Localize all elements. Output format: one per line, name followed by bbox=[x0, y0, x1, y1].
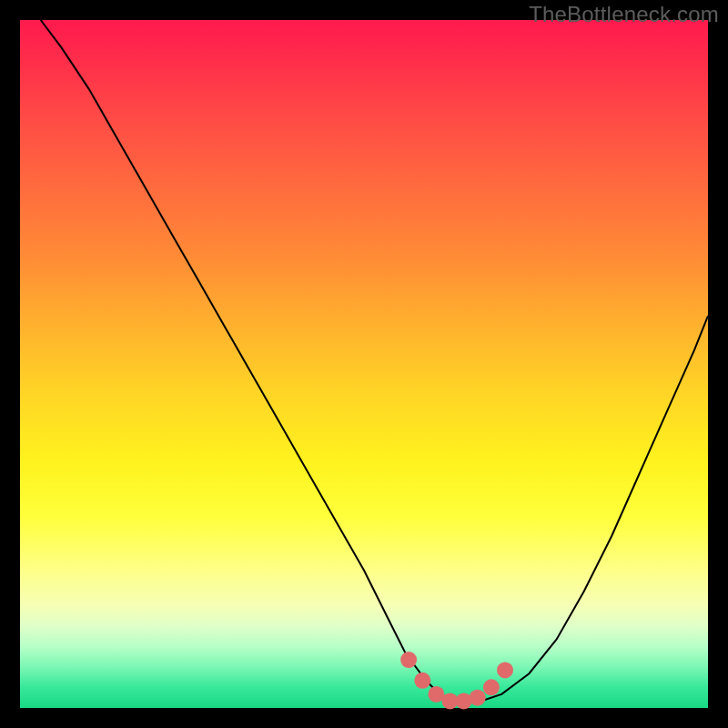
highlight-dot bbox=[497, 662, 513, 678]
marker-group bbox=[400, 652, 513, 709]
highlight-dot bbox=[483, 679, 500, 695]
chart-svg bbox=[20, 20, 708, 708]
chart-frame: TheBottleneck.com bbox=[0, 0, 728, 728]
chart-plot-area bbox=[20, 20, 708, 708]
highlight-dot bbox=[456, 693, 472, 709]
highlight-dot bbox=[400, 652, 417, 668]
highlight-dot bbox=[470, 690, 486, 706]
highlight-dot bbox=[414, 672, 430, 689]
watermark-text: TheBottleneck.com bbox=[529, 2, 719, 27]
bottleneck-curve-path bbox=[41, 20, 708, 701]
